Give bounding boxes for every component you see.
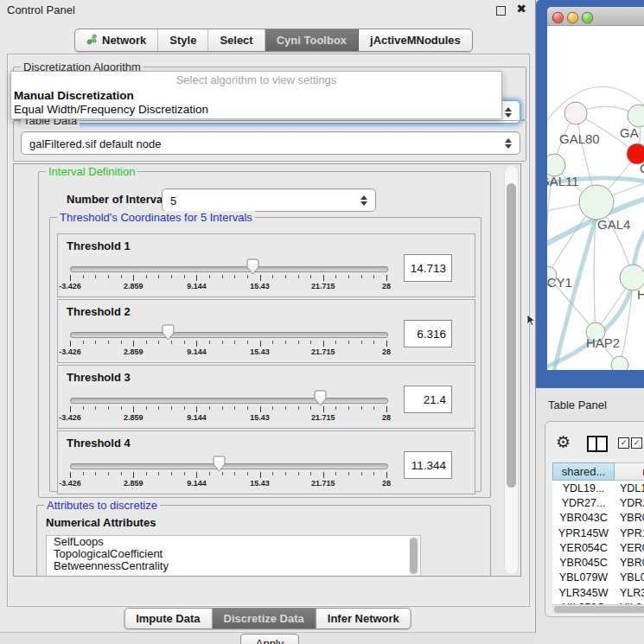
threshold-slider-track[interactable] bbox=[70, 398, 388, 404]
popup-option-manual-discretization[interactable]: Manual Discretization bbox=[11, 89, 501, 103]
split-columns-icon[interactable] bbox=[587, 436, 608, 452]
cell-name[interactable]: YBR0 bbox=[615, 557, 644, 569]
threshold-slider-thumb[interactable] bbox=[246, 258, 259, 275]
tab-impute-data[interactable]: Impute Data bbox=[124, 609, 212, 628]
apply-button[interactable]: Apply bbox=[240, 634, 299, 644]
attribute-item-betweennesscentrality[interactable]: BetweennessCentrality bbox=[47, 560, 420, 572]
settings-scrollbar-thumb[interactable] bbox=[507, 183, 516, 488]
numerical-attributes-list[interactable]: SelfLoopsTopologicalCoefficientBetweenne… bbox=[46, 535, 421, 577]
threshold-slider-track[interactable] bbox=[70, 266, 388, 272]
tab-select[interactable]: Select bbox=[208, 29, 265, 51]
slider-tick bbox=[108, 406, 109, 410]
slider-tick bbox=[108, 341, 109, 344]
cell-name[interactable]: YDL1 bbox=[615, 482, 644, 494]
tab-jactivemnodules[interactable]: jActiveMNodules bbox=[359, 29, 472, 51]
slider-tick bbox=[121, 275, 122, 278]
cell-shared-name[interactable]: YDL19... bbox=[552, 482, 615, 494]
table-hscrollbar-thumb[interactable] bbox=[554, 606, 644, 613]
table-row[interactable]: YER054CYER0 bbox=[552, 540, 644, 555]
cell-shared-name[interactable]: YPR145W bbox=[552, 527, 615, 539]
table-data-combobox[interactable]: galFiltered.sif default node bbox=[21, 131, 520, 155]
attributes-scrollbar[interactable] bbox=[409, 537, 419, 577]
slider-tick bbox=[209, 472, 210, 475]
close-button[interactable] bbox=[552, 12, 564, 23]
cell-shared-name[interactable]: YLR345W bbox=[552, 587, 615, 599]
slider-tick bbox=[184, 472, 185, 475]
slider-tick bbox=[171, 341, 172, 344]
slider-tick bbox=[234, 472, 235, 475]
network-node[interactable] bbox=[579, 185, 614, 220]
settings-scrollbar[interactable] bbox=[504, 166, 519, 574]
cell-name[interactable]: YER0 bbox=[615, 542, 644, 554]
attribute-item-topologicalcoefficient[interactable]: TopologicalCoefficient bbox=[47, 548, 420, 560]
network-node[interactable] bbox=[564, 102, 587, 124]
cell-name[interactable]: YDR2 bbox=[615, 497, 644, 509]
slider-tick bbox=[70, 472, 71, 478]
table-row[interactable]: YPR145WYPR1 bbox=[552, 526, 644, 540]
table-row[interactable]: YBR043CYBR0 bbox=[552, 511, 644, 526]
node-attribute-table[interactable]: shared... na YDL19...YDL1YDR27...YDR2YBR… bbox=[552, 462, 644, 609]
window-title: Control Panel bbox=[7, 3, 75, 16]
cell-shared-name[interactable]: YBL079W bbox=[552, 571, 615, 583]
gear-icon[interactable]: ⚙ bbox=[556, 432, 571, 451]
checkbox-icon[interactable]: ✓ bbox=[618, 437, 629, 449]
table-panel-box: ⚙ ✓ ✓ shared... na YDL19...YDL1YDR27...Y… bbox=[545, 421, 644, 617]
table-row[interactable]: YBL079WYBL0 bbox=[552, 571, 644, 585]
minimize-button[interactable] bbox=[567, 12, 578, 23]
threshold-label: Threshold 2 bbox=[67, 305, 131, 318]
attribute-item-selfloops[interactable]: SelfLoops bbox=[47, 536, 420, 548]
slider-tick bbox=[247, 275, 248, 278]
tab-cyni-toolbox[interactable]: Cyni Toolbox bbox=[265, 29, 359, 51]
num-intervals-combobox[interactable]: 5 bbox=[162, 188, 376, 212]
slider-tick bbox=[361, 275, 362, 278]
slider-tick bbox=[95, 341, 96, 344]
table-row[interactable]: YLR345WYLR3 bbox=[552, 585, 644, 600]
table-row[interactable]: YDL19...YDL1 bbox=[552, 481, 644, 495]
threshold-slider-thumb[interactable] bbox=[213, 456, 226, 472]
cell-shared-name[interactable]: YER054C bbox=[552, 542, 615, 554]
network-canvas[interactable]: GAL80GACGAL11GAL4GCY1HHAP2 bbox=[547, 26, 644, 370]
table-row[interactable]: YDR27...YDR2 bbox=[552, 495, 644, 510]
cell-shared-name[interactable]: YBR043C bbox=[552, 512, 615, 524]
slider-tick-label: 9.144 bbox=[187, 348, 207, 356]
table-panel: Table Panel ⚙ ✓ ✓ shared... na YDL19...Y… bbox=[536, 388, 644, 644]
table-hscrollbar[interactable] bbox=[552, 604, 644, 614]
threshold-label: Threshold 1 bbox=[67, 239, 131, 252]
slider-tick-label: -3.426 bbox=[59, 479, 81, 488]
threshold-slider-thumb[interactable] bbox=[314, 390, 327, 406]
slider-tick bbox=[323, 341, 324, 347]
cell-name[interactable]: YBL0 bbox=[615, 571, 644, 583]
network-window-titlebar[interactable] bbox=[547, 7, 644, 26]
cell-name[interactable]: YBR0 bbox=[615, 512, 644, 524]
tab-style[interactable]: Style bbox=[158, 29, 208, 51]
cell-name[interactable]: YPR1 bbox=[615, 527, 644, 539]
network-node[interactable] bbox=[628, 105, 644, 127]
slider-tick bbox=[121, 472, 122, 475]
zoom-button[interactable] bbox=[582, 12, 593, 23]
tab-label: Network bbox=[102, 34, 146, 47]
tab-discretize-data[interactable]: Discretize Data bbox=[213, 609, 316, 628]
threshold-value-field[interactable]: 14.713 bbox=[404, 254, 452, 282]
threshold-slider-track[interactable] bbox=[70, 332, 388, 338]
threshold-value-field[interactable]: 11.344 bbox=[404, 451, 452, 479]
slider-tick bbox=[196, 406, 197, 412]
checkbox-icon[interactable]: ✓ bbox=[631, 437, 642, 449]
slider-tick bbox=[348, 472, 349, 475]
tab-infer-network[interactable]: Infer Network bbox=[316, 609, 411, 628]
cell-name[interactable]: YLR3 bbox=[615, 587, 644, 599]
column-header-shared-name[interactable]: shared... bbox=[552, 462, 615, 481]
threshold-slider-track[interactable] bbox=[70, 463, 388, 469]
threshold-slider-thumb[interactable] bbox=[162, 324, 175, 341]
close-icon[interactable]: ✖ bbox=[516, 2, 526, 16]
threshold-value-field[interactable]: 6.316 bbox=[404, 320, 452, 348]
cell-shared-name[interactable]: YDR27... bbox=[552, 497, 615, 509]
tab-network[interactable]: Network bbox=[75, 29, 158, 51]
column-header-name[interactable]: na bbox=[615, 462, 644, 481]
float-window-icon[interactable] bbox=[496, 6, 506, 16]
table-row[interactable]: YBR045CYBR0 bbox=[552, 555, 644, 570]
threshold-value-field[interactable]: 21.4 bbox=[404, 386, 452, 413]
popup-option-equal-width-frequency-discretization[interactable]: Equal Width/Frequency Discretization bbox=[11, 103, 501, 117]
cell-shared-name[interactable]: YBR045C bbox=[552, 557, 615, 569]
combo-arrows-icon bbox=[360, 195, 367, 206]
network-node[interactable] bbox=[611, 356, 628, 370]
